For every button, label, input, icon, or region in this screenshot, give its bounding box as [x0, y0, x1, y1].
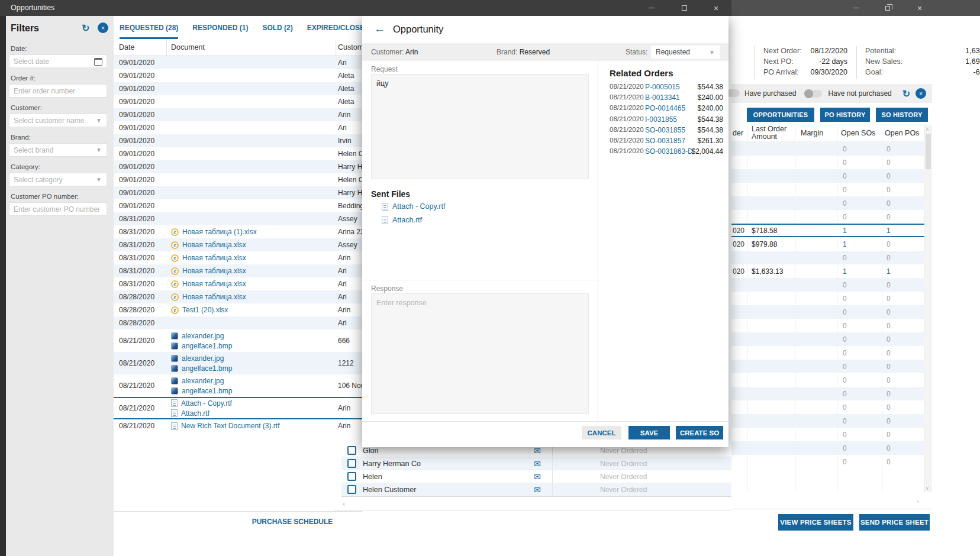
- minimize-icon[interactable]: [638, 0, 665, 16]
- refresh-icon[interactable]: ↻: [82, 22, 89, 34]
- document-link[interactable]: angelface1.bmp: [171, 364, 232, 373]
- document-link[interactable]: Новая таблица.xlsx: [171, 280, 246, 288]
- table-row[interactable]: 00: [731, 196, 932, 210]
- table-row[interactable]: 00: [731, 156, 932, 169]
- related-order-link[interactable]: P-0005015: [645, 83, 680, 91]
- document-link[interactable]: Test1 (20).xlsx: [171, 306, 228, 314]
- document-link[interactable]: Новая таблица.xlsx: [171, 241, 246, 249]
- tab-sold-2-[interactable]: SOLD (2): [262, 16, 292, 39]
- related-order-link[interactable]: B-0013341: [645, 93, 680, 102]
- restore-icon[interactable]: [874, 0, 901, 16]
- table-row[interactable]: 09/01/2020Ari: [114, 56, 362, 69]
- document-link[interactable]: New Rich Text Document (3).rtf: [171, 422, 280, 430]
- table-row[interactable]: 08/31/2020Новая таблица (1).xlsxArina 23…: [114, 225, 362, 238]
- table-row[interactable]: 09/01/2020Irvin: [114, 134, 362, 147]
- tab-requested-28-[interactable]: REQUESTED (28): [120, 16, 178, 39]
- table-row[interactable]: 08/28/2020Новая таблица.xlsxAri: [114, 290, 362, 303]
- customer-checkbox[interactable]: [347, 446, 356, 455]
- close-icon[interactable]: ×: [702, 0, 730, 16]
- customer-po-filter-input[interactable]: Enter customer PO number: [9, 202, 107, 216]
- status-select[interactable]: Requested ▼: [651, 46, 720, 59]
- clear-filters-icon[interactable]: ×: [98, 22, 108, 33]
- table-row[interactable]: 09/01/2020Helen Cu: [114, 173, 362, 186]
- save-button[interactable]: SAVE: [628, 426, 670, 439]
- table-row[interactable]: 00: [731, 387, 932, 400]
- row-open-sos[interactable]: 1: [843, 227, 847, 235]
- column-document[interactable]: Document: [171, 43, 205, 51]
- response-textarea[interactable]: Enter response: [371, 293, 589, 414]
- table-row[interactable]: 00: [731, 428, 932, 441]
- table-row[interactable]: 08/28/2020Ari: [114, 316, 362, 329]
- table-row[interactable]: 09/01/2020Helen Cu: [114, 147, 362, 160]
- related-order-link[interactable]: SO-0031857: [645, 137, 685, 145]
- table-row[interactable]: 08/21/2020alexander.jpgangelface1.bmp106…: [114, 374, 362, 397]
- document-link[interactable]: Новая таблица.xlsx: [171, 293, 246, 301]
- have-not-purchased-toggle[interactable]: [804, 90, 822, 98]
- button-send-price-sheet[interactable]: SEND PRICE SHEET: [859, 514, 930, 531]
- table-row[interactable]: 00: [731, 142, 932, 156]
- button-opportunities[interactable]: OPPORTUNITIES: [747, 108, 814, 122]
- table-row[interactable]: 00: [731, 210, 932, 224]
- close-filter-icon[interactable]: ×: [915, 88, 926, 99]
- order-filter-input[interactable]: Enter order number: [9, 84, 107, 98]
- table-row[interactable]: 00: [731, 305, 932, 319]
- refresh-icon[interactable]: ↻: [902, 88, 910, 99]
- envelope-icon[interactable]: ✉: [534, 485, 541, 494]
- document-link[interactable]: alexander.jpg: [171, 377, 232, 385]
- table-row[interactable]: 08/31/2020Новая таблица.xlsxAri: [114, 264, 362, 277]
- document-link[interactable]: angelface1.bmp: [171, 387, 232, 395]
- table-row[interactable]: 020$718.5811: [731, 224, 932, 237]
- button-so-history[interactable]: SO HISTORY: [876, 108, 928, 122]
- scroll-down-icon[interactable]: ∨: [926, 486, 929, 491]
- table-row[interactable]: 09/01/2020Arin: [114, 108, 362, 121]
- table-row[interactable]: 020$979.8810: [731, 237, 932, 251]
- table-row[interactable]: 020$1,633.1311: [731, 264, 932, 278]
- table-row[interactable]: 09/01/2020Ari: [114, 121, 362, 134]
- close-icon[interactable]: ×: [906, 0, 933, 16]
- customer-checkbox[interactable]: [347, 485, 356, 494]
- envelope-icon[interactable]: ✉: [534, 472, 541, 481]
- envelope-icon[interactable]: ✉: [534, 459, 541, 468]
- table-row[interactable]: 09/01/2020Aleta: [114, 82, 362, 95]
- date-filter-input[interactable]: Select date: [9, 54, 107, 68]
- create-so-button[interactable]: CREATE SO: [676, 426, 723, 439]
- column-margin[interactable]: Margin: [801, 129, 823, 137]
- table-row[interactable]: 09/01/2020Harry He: [114, 186, 362, 199]
- table-row[interactable]: 09/01/2020Aleta: [114, 69, 362, 82]
- table-row[interactable]: 09/01/2020Aleta: [114, 95, 362, 108]
- document-link[interactable]: Новая таблица (1).xlsx: [171, 228, 257, 236]
- sent-file-link[interactable]: Attach - Copy.rtf: [382, 202, 445, 211]
- column-date[interactable]: Date: [119, 43, 134, 51]
- pager-next-icon[interactable]: ›: [917, 496, 919, 505]
- button-view-price-sheets[interactable]: VIEW PRICE SHEETS: [778, 514, 853, 531]
- table-row[interactable]: 09/01/2020Harry He: [114, 160, 362, 173]
- table-row[interactable]: 09/01/2020Bedding: [114, 199, 362, 212]
- document-link[interactable]: alexander.jpg: [171, 332, 232, 340]
- request-textarea[interactable]: йцу: [371, 74, 589, 179]
- scrollbar-thumb[interactable]: [926, 134, 931, 169]
- brand-filter-select[interactable]: Select brand ▼: [9, 143, 107, 157]
- related-order-link[interactable]: PO-0014465: [645, 104, 685, 112]
- back-arrow-icon[interactable]: ←: [374, 22, 385, 35]
- table-row[interactable]: 08/31/2020Новая таблица.xlsxArin: [114, 251, 362, 264]
- list-item[interactable]: Helen✉Never Ordered: [341, 470, 731, 483]
- document-link[interactable]: Attach - Copy.rtf: [171, 399, 232, 408]
- customer-filter-select[interactable]: Select customer name ▼: [9, 114, 107, 127]
- list-item[interactable]: Helen Customer✉Never Ordered: [341, 483, 731, 496]
- table-row[interactable]: 00: [731, 441, 932, 455]
- minimize-icon[interactable]: [843, 0, 870, 16]
- table-row[interactable]: 00: [731, 455, 932, 468]
- row-open-pos[interactable]: 1: [886, 267, 891, 276]
- row-open-sos[interactable]: 1: [843, 267, 847, 276]
- document-link[interactable]: angelface1.bmp: [171, 342, 232, 350]
- table-row[interactable]: 00: [731, 251, 932, 264]
- table-row[interactable]: 08/31/2020Новая таблица.xlsxAssey: [114, 238, 362, 251]
- document-link[interactable]: alexander.jpg: [171, 354, 232, 363]
- related-order-link[interactable]: SO-0031863-D: [645, 147, 693, 156]
- column-open-pos[interactable]: Open POs: [885, 129, 919, 137]
- table-row[interactable]: 08/28/2020Test1 (20).xlsxArin: [114, 303, 362, 316]
- table-row[interactable]: 00: [731, 346, 932, 360]
- vertical-scrollbar[interactable]: ∧ ∨: [924, 125, 932, 492]
- scroll-up-icon[interactable]: ∧: [926, 127, 929, 132]
- column-last-order-amount[interactable]: Last Order Amount: [752, 125, 794, 141]
